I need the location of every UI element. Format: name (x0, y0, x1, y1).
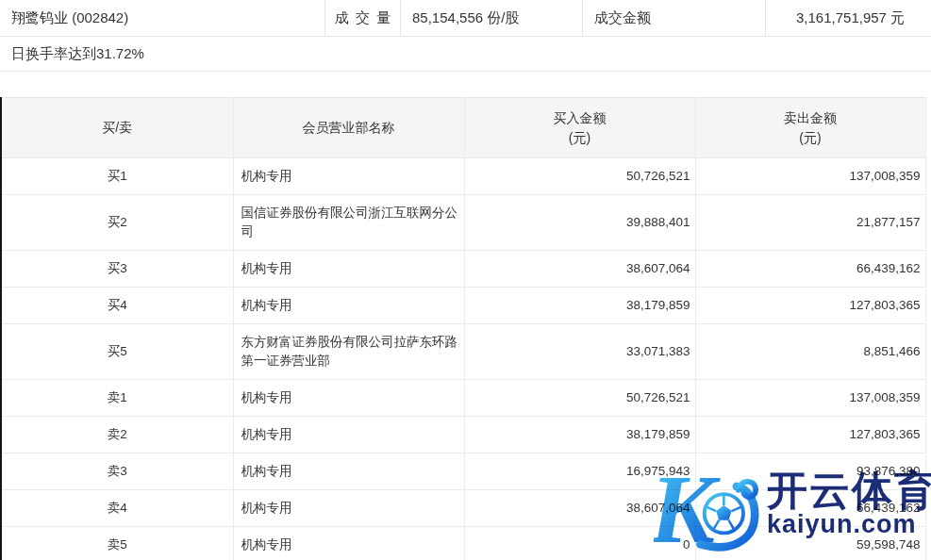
cell-sell: 66,439,162 (695, 251, 925, 288)
cell-buy: 39,888,401 (464, 195, 695, 251)
turnover-amount-value: 3,161,751,957 元 (766, 0, 931, 36)
cell-side: 买1 (1, 158, 233, 195)
table-row: 买1机构专用50,726,521137,008,359 (1, 158, 925, 195)
cell-broker: 机构专用 (233, 251, 464, 288)
cell-sell: 137,008,359 (695, 158, 925, 195)
turnover-rate-note: 日换手率达到31.72% (0, 37, 931, 72)
volume-value: 85,154,556 份/股 (401, 0, 583, 36)
cell-side: 买4 (1, 288, 233, 324)
header-buy-unit: (元) (465, 128, 695, 148)
cell-side: 卖5 (1, 527, 233, 560)
cell-sell: 137,008,359 (695, 380, 925, 417)
cell-broker: 机构专用 (233, 453, 464, 490)
volume-label: 成交量 (325, 0, 401, 36)
cell-broker: 东方财富证券股份有限公司拉萨东环路第一证券营业部 (233, 324, 464, 380)
cell-broker: 机构专用 (233, 380, 464, 417)
cell-side: 买5 (1, 324, 233, 380)
header-sell-amount: 卖出金额 (元) (695, 98, 925, 158)
cell-broker: 机构专用 (233, 527, 464, 560)
cell-sell: 21,877,157 (695, 195, 925, 251)
table-row: 买3机构专用38,607,06466,439,162 (1, 251, 925, 288)
turnover-amount-label: 成交金额 (583, 0, 766, 36)
table-row: 卖5机构专用059,598,748 (1, 527, 925, 560)
cell-side: 卖1 (1, 380, 233, 417)
cell-broker: 机构专用 (233, 490, 464, 527)
cell-buy: 50,726,521 (464, 158, 695, 195)
cell-broker: 国信证券股份有限公司浙江互联网分公司 (233, 195, 464, 251)
cell-buy: 38,607,064 (464, 490, 695, 527)
table-row: 买5东方财富证券股份有限公司拉萨东环路第一证券营业部33,071,3838,85… (1, 324, 925, 380)
cell-sell: 8,851,466 (695, 324, 925, 380)
header-broker: 会员营业部名称 (233, 98, 464, 158)
cell-broker: 机构专用 (233, 417, 464, 453)
stock-trade-detail-page: 翔鹭钨业 (002842) 成交量 85,154,556 份/股 成交金额 3,… (0, 0, 931, 560)
cell-broker: 机构专用 (233, 288, 464, 324)
cell-buy: 0 (464, 527, 695, 560)
cell-buy: 38,607,064 (464, 251, 695, 288)
stock-name: 翔鹭钨业 (002842) (0, 0, 325, 36)
table-row: 卖4机构专用38,607,06466,439,162 (1, 490, 925, 527)
table-row: 买4机构专用38,179,859127,803,365 (1, 288, 925, 324)
cell-sell: 59,598,748 (695, 527, 925, 560)
cell-buy: 33,071,383 (464, 324, 695, 380)
cell-buy: 16,975,943 (464, 453, 695, 490)
cell-sell: 93,876,380 (695, 453, 925, 490)
table-row: 卖3机构专用16,975,94393,876,380 (1, 453, 925, 490)
table-row: 卖2机构专用38,179,859127,803,365 (1, 417, 925, 453)
header-broker-label: 会员营业部名称 (234, 118, 464, 138)
cell-side: 买2 (1, 195, 233, 251)
cell-sell: 127,803,365 (695, 417, 925, 453)
cell-buy: 38,179,859 (464, 288, 695, 324)
cell-buy: 50,726,521 (464, 380, 695, 417)
header-sell-label: 卖出金额 (696, 108, 925, 128)
cell-broker: 机构专用 (233, 158, 464, 195)
header-buy-label: 买入金额 (465, 108, 695, 128)
table-row: 买2国信证券股份有限公司浙江互联网分公司39,888,40121,877,157 (1, 195, 925, 251)
header-side: 买/卖 (1, 98, 233, 158)
broker-table-container: 买/卖 会员营业部名称 买入金额 (元) 卖出金额 (元) 买1机构专用50,7… (0, 97, 931, 560)
header-side-label: 买/卖 (2, 118, 233, 138)
cell-side: 买3 (1, 251, 233, 288)
broker-table-header: 买/卖 会员营业部名称 买入金额 (元) 卖出金额 (元) (1, 98, 925, 158)
trade-summary-bar: 翔鹭钨业 (002842) 成交量 85,154,556 份/股 成交金额 3,… (0, 0, 931, 37)
cell-side: 卖3 (1, 453, 233, 490)
cell-sell: 127,803,365 (695, 288, 925, 324)
cell-side: 卖2 (1, 417, 233, 453)
cell-sell: 66,439,162 (695, 490, 925, 527)
broker-table: 买/卖 会员营业部名称 买入金额 (元) 卖出金额 (元) 买1机构专用50,7… (0, 97, 926, 560)
cell-side: 卖4 (1, 490, 233, 527)
header-buy-amount: 买入金额 (元) (464, 98, 695, 158)
cell-buy: 38,179,859 (464, 417, 695, 453)
header-sell-unit: (元) (696, 128, 925, 148)
table-row: 卖1机构专用50,726,521137,008,359 (1, 380, 925, 417)
broker-table-body: 买1机构专用50,726,521137,008,359买2国信证券股份有限公司浙… (1, 158, 925, 560)
